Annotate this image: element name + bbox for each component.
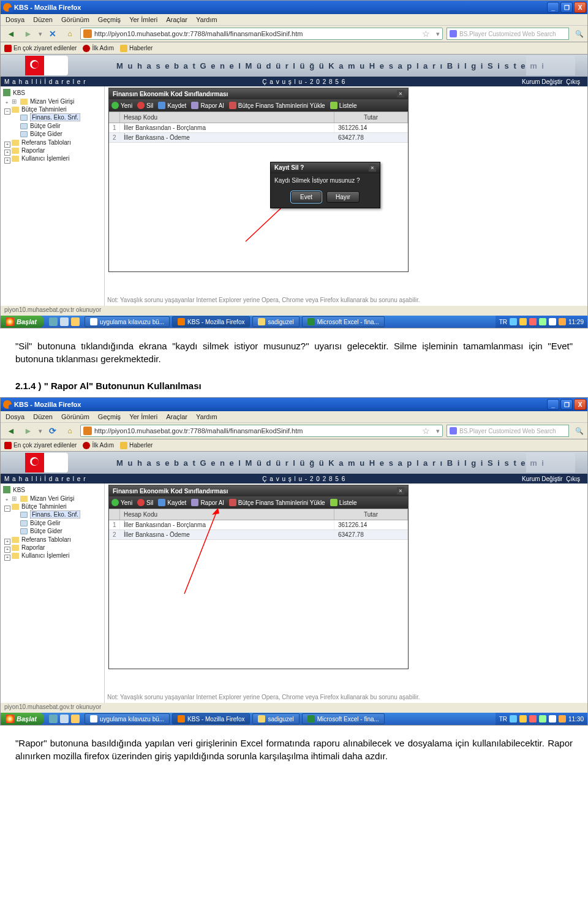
tray-icon[interactable] [549,318,556,325]
history-dropdown[interactable]: ▾ [39,30,42,38]
yukle-button[interactable]: Bütçe Finans Tahminlerini Yükle [229,102,325,109]
close-button[interactable]: X [574,2,586,13]
quicklaunch-icon[interactable] [71,715,80,723]
tree-finans-eko-snf[interactable]: Finans. Eko. Snf. [12,113,102,122]
tree-kullanici[interactable]: Kullanıcı İşlemleri [3,154,102,162]
tray-icon[interactable] [510,715,517,723]
home-button[interactable]: ⌂ [63,27,77,40]
tree-raporlar[interactable]: Raporlar [3,544,102,552]
quicklaunch-icon[interactable] [60,715,69,723]
lang-indicator[interactable]: TR [499,319,507,325]
tree-butce-tahminleri[interactable]: Bütçe Tahminleri Finans. Eko. Snf. Bütçe… [3,105,102,138]
tree-mizan[interactable]: ⊞Mizan Veri Girişi [3,495,102,503]
quicklaunch-icon[interactable] [49,317,58,326]
task-word[interactable]: uygulama kılavuzu bü... [85,316,170,327]
tree-butce-gider[interactable]: Bütçe Gider [12,527,102,535]
grid-row[interactable]: 1 İller Bankasından - Borçlanma 361226.1… [109,520,408,530]
menu-yerimleri[interactable]: Yer İmleri [129,16,157,23]
listele-button[interactable]: Listele [330,499,357,506]
sil-button[interactable]: Sil [137,102,153,109]
back-button[interactable]: ◄ [4,27,18,40]
start-button[interactable]: Başlat [1,713,44,725]
bookmark-ilkadim[interactable]: İlk Adım [83,442,114,449]
bookmark-star-icon[interactable]: ☆ [418,29,434,39]
url-input[interactable] [94,427,418,434]
bookmark-haberler[interactable]: Haberler [120,442,153,449]
panel-close-icon[interactable]: × [397,487,404,495]
search-icon[interactable]: 🔍 [573,427,584,435]
tree-butce-gelir[interactable]: Bütçe Gelir [12,519,102,527]
tree-finans-eko-snf[interactable]: Finans. Eko. Snf. [12,510,102,519]
home-button[interactable]: ⌂ [63,424,77,438]
tree-referans[interactable]: Referans Tabloları [3,536,102,544]
hayir-button[interactable]: Hayır [326,191,360,203]
address-bar[interactable]: ☆ ▾ [80,425,443,437]
quicklaunch-icon[interactable] [49,715,58,723]
menu-yardim[interactable]: Yardım [196,413,217,420]
cikis-link[interactable]: Çıkış [566,476,580,482]
reload-button[interactable]: ✕ [46,27,59,40]
quicklaunch-icon[interactable] [60,317,69,326]
menu-araclar[interactable]: Araçlar [166,413,187,420]
bookmark-star-icon[interactable]: ☆ [418,426,434,436]
task-folder[interactable]: sadiguzel [252,713,299,724]
search-box[interactable]: BS.Player Customized Web Search [447,28,569,40]
url-input[interactable] [94,30,418,37]
tree-kullanici[interactable]: Kullanıcı İşlemleri [3,552,102,560]
minimize-button[interactable]: _ [547,399,559,410]
menu-dosya[interactable]: Dosya [6,413,24,420]
kurum-degistir-link[interactable]: Kurum Değiştir [522,476,562,482]
history-dropdown[interactable]: ▾ [39,427,42,435]
tree-butce-gider[interactable]: Bütçe Gider [12,130,102,138]
menu-gorunum[interactable]: Görünüm [61,413,89,420]
back-button[interactable]: ◄ [4,424,18,438]
tray-icon[interactable] [519,715,527,723]
bookmark-mostvisited[interactable]: En çok ziyaret edilenler [4,442,77,449]
tray-icon[interactable] [519,318,527,325]
forward-button[interactable]: ► [21,424,35,438]
dialog-close-icon[interactable]: × [369,164,376,172]
panel-close-icon[interactable]: × [397,90,404,97]
tray-icon[interactable] [559,715,566,723]
cikis-link[interactable]: Çıkış [566,78,580,85]
rapor-al-button[interactable]: Rapor Al [191,102,224,109]
yeni-button[interactable]: Yeni [111,499,132,506]
minimize-button[interactable]: _ [547,2,559,13]
task-firefox[interactable]: KBS - Mozilla Firefox [172,316,250,327]
listele-button[interactable]: Listele [330,102,357,109]
menu-gecmis[interactable]: Geçmiş [98,413,121,420]
maximize-button[interactable]: ❐ [560,2,573,13]
menu-gorunum[interactable]: Görünüm [61,16,89,23]
tray-icon[interactable] [559,318,566,325]
url-dropdown-icon[interactable]: ▾ [434,30,442,38]
task-excel[interactable]: Microsoft Excel - fina... [302,713,385,724]
menu-yardim[interactable]: Yardım [196,16,217,23]
tree-root[interactable]: KBS [3,486,102,493]
grid-row[interactable]: 2 İller Bankasına - Ödeme 63427.78 [109,133,408,143]
sil-button[interactable]: Sil [137,499,153,506]
tree-mizan[interactable]: ⊞Mizan Veri Girişi [3,97,102,105]
menu-dosya[interactable]: Dosya [6,16,24,23]
kaydet-button[interactable]: Kaydet [158,102,186,109]
bookmark-mostvisited[interactable]: En çok ziyaret edilenler [4,45,77,52]
tree-referans[interactable]: Referans Tabloları [3,138,102,146]
url-dropdown-icon[interactable]: ▾ [434,427,442,435]
bookmark-ilkadim[interactable]: İlk Adım [83,45,114,52]
search-box[interactable]: BS.Player Customized Web Search [447,425,569,437]
menu-araclar[interactable]: Araçlar [166,16,187,23]
tray-icon[interactable] [549,715,556,723]
task-word[interactable]: uygulama kılavuzu bü... [85,713,170,724]
menu-duzen[interactable]: Düzen [33,16,53,23]
tree-raporlar[interactable]: Raporlar [3,146,102,154]
reload-button[interactable]: ⟳ [46,424,59,438]
address-bar[interactable]: ☆ ▾ [80,28,443,40]
close-button[interactable]: X [574,399,586,410]
yukle-button[interactable]: Bütçe Finans Tahminlerini Yükle [229,499,325,506]
maximize-button[interactable]: ❐ [560,399,573,410]
task-excel[interactable]: Microsoft Excel - fina... [302,316,385,327]
tree-butce-gelir[interactable]: Bütçe Gelir [12,122,102,130]
menu-gecmis[interactable]: Geçmiş [98,16,121,23]
grid-row[interactable]: 1 İller Bankasından - Borçlanma 361226.1… [109,123,408,133]
tray-icon[interactable] [539,318,546,325]
task-firefox[interactable]: KBS - Mozilla Firefox [172,713,250,724]
